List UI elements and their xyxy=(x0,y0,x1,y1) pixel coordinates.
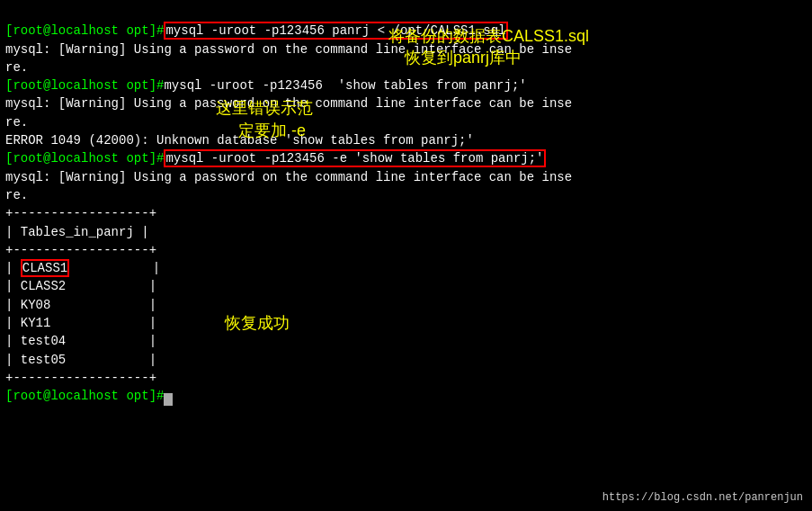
table-row-test04: | test04 | xyxy=(5,334,156,348)
prompt-1: [root@localhost opt]# xyxy=(5,23,164,38)
prompt-3: [root@localhost opt]# xyxy=(5,151,164,166)
annotation-add-e: 定要加 -e xyxy=(238,120,306,141)
cmd-2: mysql -uroot -p123456 'show tables from … xyxy=(164,78,526,93)
table-border-bottom: +------------------+ xyxy=(5,371,156,385)
table-row-test05: | test05 | xyxy=(5,353,156,367)
table-border-mid: +------------------+ xyxy=(5,243,156,257)
url-bar: https://blog.csdn.net/panrenjun xyxy=(602,491,803,504)
table-row-ky11: | KY11 | xyxy=(5,316,156,330)
table-row-class1: | CLASS1 | xyxy=(5,259,160,277)
table-row-ky08: | KY08 | xyxy=(5,298,156,312)
annotation-backup-title: 将备份的数据表CALSS1.sql xyxy=(388,25,589,47)
table-row-class2: | CLASS2 | xyxy=(5,279,156,293)
terminal: [root@localhost opt]#mysql -uroot -p1234… xyxy=(0,0,812,511)
warning-1b: re. xyxy=(5,60,28,75)
restore-success-label: 恢复成功 xyxy=(225,312,290,334)
prompt-final: [root@localhost opt]# xyxy=(5,389,164,403)
annotation-restore-to: 恢复到panrj库中 xyxy=(405,47,522,68)
prompt-2: [root@localhost opt]# xyxy=(5,78,164,93)
warning-3: mysql: [Warning] Using a password on the… xyxy=(5,170,572,184)
highlight-cmd-2: mysql -uroot -p123456 -e 'show tables fr… xyxy=(164,149,545,167)
table-border-top: +------------------+ xyxy=(5,206,156,220)
table-header: | Tables_in_panrj | xyxy=(5,225,149,239)
class1-highlight: CLASS1 xyxy=(21,259,69,277)
warning-3b: re. xyxy=(5,188,28,202)
cursor xyxy=(164,393,173,406)
annotation-error-demo: 这里错误示范 xyxy=(216,97,313,119)
warning-2b: re. xyxy=(5,115,28,130)
